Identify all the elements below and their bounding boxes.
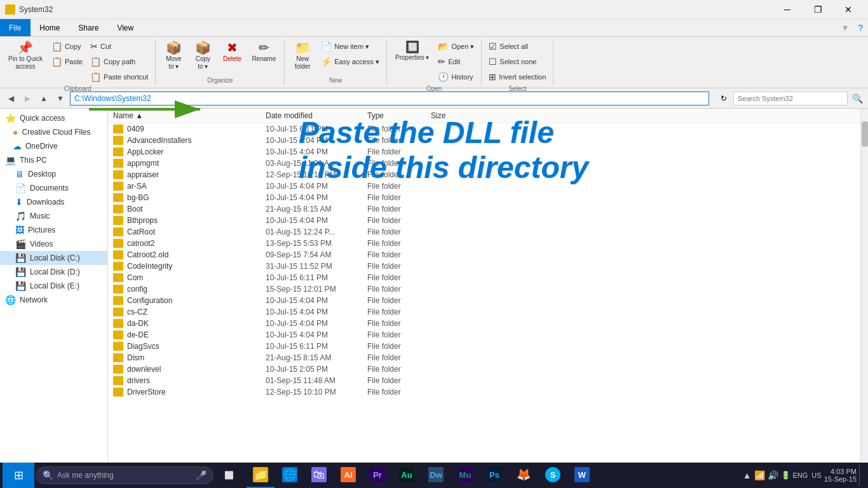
table-row[interactable]: Bthprops 10-Jul-15 4:04 PM File folder bbox=[108, 215, 860, 226]
table-row[interactable]: Com 10-Jul-15 6:11 PM File folder bbox=[108, 272, 860, 283]
sidebar-item-local-disk-c[interactable]: 💾 Local Disk (C:) bbox=[0, 251, 107, 265]
taskbar-app-store[interactable]: 🛍 bbox=[305, 463, 333, 488]
table-row[interactable]: config 15-Sep-15 12:01 PM File folder bbox=[108, 283, 860, 295]
table-row[interactable]: ar-SA 10-Jul-15 4:04 PM File folder bbox=[108, 180, 860, 192]
start-button[interactable]: ⊞ bbox=[3, 463, 34, 488]
network-tray-icon[interactable]: 📶 bbox=[754, 470, 765, 480]
up-button[interactable]: ▲ bbox=[37, 92, 51, 105]
back-button[interactable]: ◀ bbox=[4, 92, 18, 105]
table-row[interactable]: CatRoot 01-Aug-15 12:24 P... File folder bbox=[108, 226, 860, 238]
volume-icon[interactable]: 🔊 bbox=[768, 470, 778, 480]
table-row[interactable]: cs-CZ 10-Jul-15 4:04 PM File folder bbox=[108, 306, 860, 318]
taskbar-app-dreamweaver[interactable]: Dw bbox=[422, 463, 450, 488]
sidebar-item-pictures[interactable]: 🖼 Pictures bbox=[0, 223, 107, 237]
table-row[interactable]: Catroot2.old 09-Sep-15 7:54 AM File fold… bbox=[108, 249, 860, 261]
taskbar-app-audition[interactable]: Au bbox=[393, 463, 421, 488]
table-row[interactable]: de-DE 10-Jul-15 4:04 PM File folder bbox=[108, 329, 860, 341]
invert-selection-button[interactable]: ⊞ Invert selection bbox=[485, 70, 549, 84]
pin-to-quick-access-button[interactable]: 📌 Pin to Quickaccess bbox=[4, 39, 47, 72]
taskbar-app-skype[interactable]: S bbox=[539, 463, 567, 488]
move-to-button[interactable]: 📦 Moveto ▾ bbox=[159, 39, 187, 72]
taskbar-app-firefox[interactable]: 🦊 bbox=[510, 463, 538, 488]
rename-button[interactable]: ✏ Rename bbox=[247, 39, 280, 65]
recent-locations-button[interactable]: ▼ bbox=[53, 92, 67, 105]
scrollbar[interactable] bbox=[860, 109, 868, 473]
show-desktop-button[interactable] bbox=[859, 464, 863, 486]
table-row[interactable]: downlevel 10-Jul-15 2:05 PM File folder bbox=[108, 363, 860, 375]
battery-icon[interactable]: 🔋 bbox=[781, 471, 790, 480]
language-indicator[interactable]: ENG US bbox=[793, 471, 822, 479]
table-row[interactable]: catroot2 13-Sep-15 5:53 PM File folder bbox=[108, 238, 860, 249]
taskbar-app-file-explorer[interactable]: 📁 bbox=[247, 463, 275, 488]
select-none-button[interactable]: ☐ Select none bbox=[485, 55, 549, 69]
tab-home[interactable]: Home bbox=[31, 19, 69, 36]
sidebar-item-onedrive[interactable]: ☁ OneDrive bbox=[0, 139, 107, 153]
delete-button[interactable]: ✖ Delete bbox=[218, 39, 246, 65]
paste-button[interactable]: 📋 Paste bbox=[48, 55, 86, 69]
sidebar-item-creative-cloud[interactable]: ● Creative Cloud Files bbox=[0, 125, 107, 139]
table-row[interactable]: DiagSvcs 10-Jul-15 6:11 PM File folder bbox=[108, 341, 860, 352]
ribbon-expand-icon[interactable]: ▾ bbox=[837, 19, 853, 36]
taskbar-app-ai[interactable]: Ai bbox=[334, 463, 362, 488]
sidebar-item-videos[interactable]: 🎬 Videos bbox=[0, 237, 107, 251]
table-row[interactable]: DriverStore 12-Sep-15 10:10 PM File fold… bbox=[108, 386, 860, 398]
table-row[interactable]: appmgmt 03-Aug-15 11:01 A... File folder bbox=[108, 158, 860, 169]
paste-shortcut-button[interactable]: 📋 Paste shortcut bbox=[87, 70, 151, 84]
table-row[interactable]: appraiser 12-Sep-15 10:10 PM File folder bbox=[108, 169, 860, 180]
table-row[interactable]: AdvancedInstallers 10-Jul-15 4:04 PM Fil… bbox=[108, 135, 860, 146]
column-header-type[interactable]: Type bbox=[367, 111, 431, 120]
column-header-date[interactable]: Date modified bbox=[266, 111, 367, 120]
copy-path-button[interactable]: 📋 Copy path bbox=[87, 55, 151, 69]
history-button[interactable]: 🕐 History bbox=[435, 70, 477, 84]
table-row[interactable]: bg-BG 10-Jul-15 4:04 PM File folder bbox=[108, 192, 860, 203]
table-row[interactable]: drivers 01-Sep-15 11:48 AM File folder bbox=[108, 375, 860, 386]
sidebar-item-music[interactable]: 🎵 Music bbox=[0, 209, 107, 223]
tab-file[interactable]: File bbox=[0, 19, 31, 36]
table-row[interactable]: Configuration 10-Jul-15 4:04 PM File fol… bbox=[108, 295, 860, 306]
tab-view[interactable]: View bbox=[108, 19, 143, 36]
sidebar-item-downloads[interactable]: ⬇ Downloads bbox=[0, 195, 107, 209]
sidebar-item-desktop[interactable]: 🖥 Desktop bbox=[0, 167, 107, 181]
sidebar-item-this-pc[interactable]: 💻 This PC bbox=[0, 153, 107, 167]
local-disk-d-label: Local Disk (D:) bbox=[30, 268, 80, 276]
table-row[interactable]: Boot 21-Aug-15 8:15 AM File folder bbox=[108, 203, 860, 215]
edit-button[interactable]: ✏ Edit bbox=[435, 55, 477, 69]
search-button[interactable]: 🔍 bbox=[850, 92, 864, 105]
copy-to-button[interactable]: 📦 Copyto ▾ bbox=[189, 39, 217, 72]
easy-access-button[interactable]: ⚡ Easy access ▾ bbox=[318, 55, 383, 69]
minimize-button[interactable]: ─ bbox=[773, 0, 802, 19]
taskbar-app-edge[interactable]: 🌐 bbox=[276, 463, 304, 488]
table-row[interactable]: da-DK 10-Jul-15 4:04 PM File folder bbox=[108, 318, 860, 329]
sidebar-item-local-disk-d[interactable]: 💾 Local Disk (D:) bbox=[0, 265, 107, 279]
tab-share[interactable]: Share bbox=[69, 19, 108, 36]
help-icon[interactable]: ? bbox=[853, 19, 868, 36]
table-row[interactable]: AppLocker 10-Jul-15 4:04 PM File folder bbox=[108, 146, 860, 158]
column-header-size[interactable]: Size bbox=[431, 111, 482, 120]
properties-button[interactable]: 🔲 Properties ▾ bbox=[391, 39, 433, 64]
search-input[interactable] bbox=[733, 92, 848, 105]
taskbar-clock[interactable]: 4:03 PM 15-Sep-15 bbox=[824, 468, 857, 483]
close-button[interactable]: ✕ bbox=[834, 0, 863, 19]
table-row[interactable]: 0409 10-Jul-15 6:11 PM File folder bbox=[108, 123, 860, 135]
taskbar-app-word[interactable]: W bbox=[568, 463, 596, 488]
sidebar-item-network[interactable]: 🌐 Network bbox=[0, 293, 107, 307]
taskbar-app-photoshop[interactable]: Ps bbox=[480, 463, 508, 488]
maximize-button[interactable]: ❐ bbox=[803, 0, 832, 19]
taskbar-app-muse[interactable]: Mu bbox=[451, 463, 479, 488]
taskbar-search[interactable]: 🔍 Ask me anything 🎤 bbox=[36, 466, 214, 484]
sidebar-item-local-disk-e[interactable]: 💾 Local Disk (E:) bbox=[0, 279, 107, 293]
table-row[interactable]: CodeIntegrity 31-Jul-15 11:52 PM File fo… bbox=[108, 261, 860, 272]
task-view-button[interactable]: ⬜ bbox=[215, 463, 243, 488]
cut-button[interactable]: ✂ Cut bbox=[87, 39, 151, 53]
select-all-button[interactable]: ☑ Select all bbox=[485, 39, 549, 53]
copy-button[interactable]: 📋 Copy bbox=[48, 39, 86, 53]
open-button[interactable]: 📂 Open ▾ bbox=[435, 39, 477, 53]
sidebar-item-documents[interactable]: 📄 Documents bbox=[0, 181, 107, 195]
new-folder-button[interactable]: 📁 Newfolder bbox=[288, 39, 316, 72]
refresh-button[interactable]: ↻ bbox=[717, 92, 731, 105]
forward-button[interactable]: ▶ bbox=[20, 92, 34, 105]
table-row[interactable]: Dism 21-Aug-15 8:15 AM File folder bbox=[108, 352, 860, 363]
taskbar-app-premiere[interactable]: Pr bbox=[363, 463, 391, 488]
chevron-up-icon[interactable]: ▲ bbox=[743, 470, 752, 480]
new-item-button[interactable]: 📄 New item ▾ bbox=[318, 39, 383, 53]
